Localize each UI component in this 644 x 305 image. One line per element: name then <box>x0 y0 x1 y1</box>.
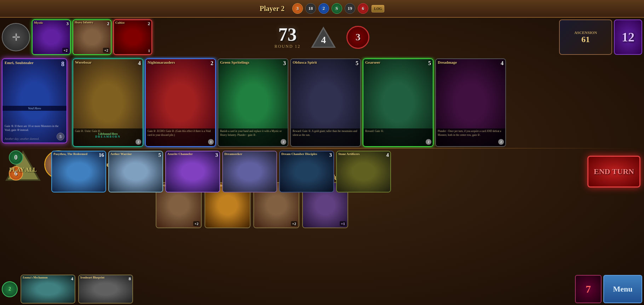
icon-power: 2 <box>318 3 329 14</box>
ascension-logo: ASCENSION 61 <box>559 19 612 55</box>
emma-mechannon-card[interactable]: Emma's Mechannon 4 <box>21 275 75 304</box>
player2-name: Player 2 <box>260 5 284 13</box>
deck-count: 2 <box>2 281 18 297</box>
emri-card[interactable]: Emri, Soulstealer 8 Void Hero Gain ⑤. If… <box>2 58 67 143</box>
hero-card-area: Emri, Soulstealer 8 Void Hero Gain ⑤. If… <box>0 57 71 149</box>
bottom-left-cards: 2 Emma's Mechannon 4 Ironheart Blueprint… <box>0 273 156 305</box>
player2-avatar: ✛ <box>2 23 30 51</box>
circle-badge: 3 <box>346 26 369 49</box>
resource-badges: 0 6 <box>9 150 23 180</box>
menu-button[interactable]: Menu <box>603 275 642 303</box>
divider <box>0 148 644 149</box>
mystic-card[interactable]: Mystic 3 +2 <box>32 19 71 55</box>
gearseer-card[interactable]: Gearseer 5 Reward: Gain ①. 2 <box>363 58 433 147</box>
obfusca-spirit-card[interactable]: Obfusca Spirit 5 Reward: Gain ①. A gold … <box>290 58 361 147</box>
mystic-bonus: +2 <box>62 48 69 53</box>
top-icons: 3 18 2 S 19 6 LOG <box>292 3 384 14</box>
purple-score: 12 <box>614 19 642 55</box>
deck-info: 2 <box>2 281 18 297</box>
cultist-card[interactable]: Cultist 2 1 <box>113 19 152 55</box>
wereboar-card[interactable]: Wereboar 4 Lifebound Hero DREAMBORN Gain… <box>73 58 143 147</box>
round-label: Round 12 <box>275 44 301 49</box>
nightmarauders-card[interactable]: Nightmarauders 2 Gain ②. ECHO: Gain ②. (… <box>145 58 216 147</box>
main-area: Emri, Soulstealer 8 Void Hero Gain ⑤. If… <box>0 57 644 149</box>
bottom-right: 7 Menu <box>573 273 644 305</box>
dreadmage-card[interactable]: Dreadmage 4 Plunder - Once per turn, if … <box>435 58 506 147</box>
top-bar: Player 2 3 18 2 S 19 6 LOG <box>0 0 644 18</box>
green-spritelings-card[interactable]: Green Spritelings 3 Banish a card in you… <box>218 58 288 147</box>
ascension-score: 61 <box>581 35 590 44</box>
aether-warrior-card[interactable]: Aether Warrior 5 <box>108 151 163 192</box>
round-badge: 73 Round 12 <box>275 25 301 49</box>
stone-artificers-card[interactable]: Stone Artificers 4 <box>336 151 391 192</box>
heavy-infantry-bonus: +2 <box>103 48 109 53</box>
icon-soul: S <box>332 3 342 14</box>
azurite-channeler-card[interactable]: Azurite Channeler 3 <box>165 151 220 192</box>
icon-honor: 18 <box>305 3 316 14</box>
log-button[interactable]: LOG <box>372 5 384 12</box>
triangle-badge: 4 <box>311 25 336 50</box>
dream-chamber-card[interactable]: Dream Chamber Disciples 3 <box>279 151 334 192</box>
player2-hand-row: Pasythea, The Redeemed 16 Aether Warrior… <box>51 149 589 194</box>
dreamseeker-card[interactable]: Dreamseeker <box>222 151 277 192</box>
round-number: 73 <box>275 25 301 44</box>
end-turn-button[interactable]: END TURN <box>587 156 640 188</box>
icon-rune: 3 <box>292 3 303 14</box>
ironheart-blueprint-card[interactable]: Ironheart Blueprint 8 <box>78 275 133 304</box>
ascension-area: ASCENSION 61 12 <box>556 18 644 57</box>
top-hand: ✛ Mystic 3 +2 Heavy Infantry 2 +2 Cultis… <box>0 18 149 57</box>
rune-badge: 0 <box>9 150 23 165</box>
bottom-score: 7 <box>575 275 602 303</box>
center-card-row: Wereboar 4 Lifebound Hero DREAMBORN Gain… <box>71 57 644 149</box>
icon-red: 6 <box>358 3 368 14</box>
center-info: 73 Round 12 4 3 <box>149 18 495 57</box>
pasythea-card[interactable]: Pasythea, The Redeemed 16 <box>51 151 106 192</box>
heavy-infantry-top-card[interactable]: Heavy Infantry 2 +2 <box>73 19 111 55</box>
icon-count: 19 <box>345 3 355 14</box>
